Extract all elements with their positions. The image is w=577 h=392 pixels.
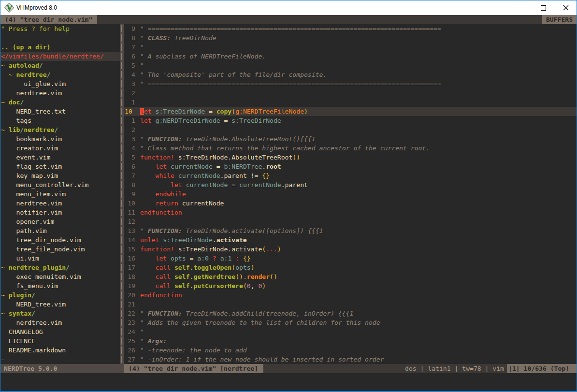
code-line[interactable]: " The 'composite' part of the file/dir c… xyxy=(140,70,327,79)
nerdtree-item[interactable]: NERD_tree.txt xyxy=(1,107,66,116)
nerdtree-item[interactable]: ui_glue.vim xyxy=(1,79,66,88)
code-line[interactable]: " A subclass of NERDTreeFileNode. xyxy=(140,52,266,61)
nerdtree-item[interactable]: event.vim xyxy=(1,153,50,162)
nerdtree-item[interactable]: key_map.vim xyxy=(1,171,58,180)
buffers-label[interactable]: BUFFERS xyxy=(542,15,577,24)
nerdtree-item[interactable]: ~ doc/ xyxy=(1,98,24,107)
line-number: 8 xyxy=(124,33,135,43)
nerdtree-item[interactable]: " Press ? for help xyxy=(1,24,70,33)
nerdtree-item[interactable]: tags xyxy=(1,116,31,125)
nerdtree-item[interactable]: .. (up a dir) xyxy=(1,43,50,52)
nerdtree-item[interactable]: ~ lib/nerdtree/ xyxy=(1,125,58,134)
nerdtree-item[interactable]: menu_controller.vim xyxy=(1,180,88,189)
tab-current[interactable]: (4) "tree_dir_node.vim" xyxy=(0,15,97,24)
nerdtree-item[interactable]: exec_menuitem.vim xyxy=(1,272,81,281)
code-line[interactable]: " xyxy=(140,43,144,52)
line-number: 7 xyxy=(124,171,135,180)
code-line[interactable]: " CLASS: TreeDirNode xyxy=(140,33,216,43)
line-number: 9 xyxy=(124,189,135,199)
code-line[interactable]: " Class method that returns the highest … xyxy=(140,144,430,153)
nerdtree-status: NERDTree 5.0.0 xyxy=(0,364,124,373)
window-border-left xyxy=(0,0,0,392)
nerdtree-item[interactable]: menu_item.vim xyxy=(1,189,66,199)
nerdtree-item[interactable]: path.vim xyxy=(1,226,47,235)
line-number: 26 xyxy=(124,346,135,355)
line-number: 15 xyxy=(124,245,135,254)
code-line[interactable]: " FUNCTION: TreeDirNode.addChild(treenod… xyxy=(140,309,353,318)
code-line[interactable]: function! s:TreeDirNode.AbsoluteTreeRoot… xyxy=(140,153,300,162)
nerdtree-item[interactable]: ui.vim xyxy=(1,254,39,263)
nerdtree-item[interactable]: ~ xyxy=(1,355,5,364)
nerdtree-item[interactable]: </vimfiles/bundle/nerdtree/ xyxy=(1,52,104,61)
nerdtree-item[interactable]: fs_menu.vim xyxy=(1,281,58,290)
code-line[interactable]: while currentNode.parent != {} xyxy=(140,171,270,180)
nerdtree-item[interactable]: ~ nerdtree/ xyxy=(1,70,51,79)
line-number: 3 xyxy=(124,134,135,144)
code-line[interactable]: " xyxy=(140,61,144,70)
gvim-window: Vi IMproved 8.0 (4) "tree_dir_node.vim" … xyxy=(0,0,577,392)
code-line[interactable]: " xyxy=(140,327,144,336)
code-line[interactable]: " FUNCTION: TreeDirNode.AbsoluteTreeRoot… xyxy=(140,134,316,144)
file-status: (4) "tree_dir_node.vim" [nerdtree] xyxy=(124,364,263,373)
nerdtree-item[interactable]: ~ syntax/ xyxy=(1,309,35,318)
code-line[interactable]: " -treenode: the node to add xyxy=(140,346,247,355)
code-line[interactable]: let s:TreeDirNode = copy(g:NERDTreeFileN… xyxy=(140,107,308,116)
code-line[interactable]: endwhile xyxy=(140,189,186,199)
command-line xyxy=(0,373,577,391)
code-line[interactable]: let currentNode = b:NERDTree.root xyxy=(140,162,281,171)
code-line[interactable]: " Args: xyxy=(140,336,167,346)
code-line[interactable]: " -inOrder: 1 if the new node should be … xyxy=(140,355,384,364)
code-line[interactable]: let g:NERDTreeDirNode = s:TreeDirNode xyxy=(140,116,281,125)
nerdtree-item[interactable]: ~ nerdtree_plugin/ xyxy=(1,263,70,272)
code-line[interactable]: unlet s:TreeDirNode.activate xyxy=(140,235,247,245)
code-line[interactable]: call self.toggleOpen(opts) xyxy=(140,263,255,272)
code-line[interactable]: " Adds the given treenode to the list of… xyxy=(140,318,380,327)
line-number: 25 xyxy=(124,336,135,346)
nerdtree-item[interactable]: LICENCE xyxy=(1,336,35,346)
nerdtree-item[interactable]: nerdtree.vim xyxy=(1,199,62,208)
code-line[interactable]: " ======================================… xyxy=(140,79,441,88)
code-line[interactable]: function! s:TreeDirNode.activate(...) xyxy=(140,245,281,254)
code-line[interactable]: " FUNCTION: TreeDirNode.activate([option… xyxy=(140,226,323,235)
window-separator[interactable] xyxy=(120,24,124,364)
code-line[interactable]: let opts = a:0 ? a:1 : {} xyxy=(140,254,251,263)
close-button[interactable] xyxy=(555,0,577,15)
line-number: 14 xyxy=(124,235,135,245)
code-line[interactable]: " ======================================… xyxy=(140,24,441,33)
nerdtree-item[interactable]: bookmark.vim xyxy=(1,134,62,144)
nerdtree-item[interactable]: notifier.vim xyxy=(1,208,62,217)
nerdtree-item[interactable]: README.markdown xyxy=(1,346,66,355)
nerdtree-item[interactable]: CHANGELOG xyxy=(1,327,43,336)
nerdtree-item[interactable]: opener.vim xyxy=(1,217,54,226)
line-number: 7 xyxy=(124,43,135,52)
nerdtree-item[interactable]: tree_file_node.vim xyxy=(1,245,85,254)
nerdtree-item[interactable]: NERD_tree.vim xyxy=(1,300,66,309)
editor-panel[interactable]: 9" =====================================… xyxy=(124,24,577,364)
minimize-button[interactable] xyxy=(509,0,532,15)
ruler-status: |1| 10/636 (Top) xyxy=(507,364,577,373)
line-number: 8 xyxy=(124,180,135,189)
nerdtree-item[interactable]: creator.vim xyxy=(1,144,58,153)
line-number: 4 xyxy=(124,144,135,153)
code-line[interactable]: call self.putCursorHere(0, 0) xyxy=(140,281,266,290)
nerdtree-item[interactable]: flag_set.vim xyxy=(1,162,62,171)
line-number: 6 xyxy=(124,162,135,171)
line-number: 16 xyxy=(124,254,135,263)
code-line[interactable]: let currentNode = currentNode.parent xyxy=(140,180,308,189)
line-number: 5 xyxy=(124,153,135,162)
code-line[interactable]: return currentNode xyxy=(140,199,224,208)
line-number: 2 xyxy=(124,88,135,98)
nerdtree-item[interactable]: ~ autoload/ xyxy=(1,61,43,70)
maximize-button[interactable] xyxy=(532,0,555,15)
vim-icon xyxy=(4,3,14,13)
line-number: 24 xyxy=(124,327,135,336)
nerdtree-item[interactable]: tree_dir_node.vim xyxy=(1,235,81,245)
code-line[interactable]: endfunction xyxy=(140,290,182,300)
line-number: 11 xyxy=(124,208,135,217)
code-line[interactable]: endfunction xyxy=(140,208,182,217)
nerdtree-panel: " Press ? for help.. (up a dir)</vimfile… xyxy=(0,24,120,364)
nerdtree-item[interactable]: nerdtree.vim xyxy=(1,318,62,327)
nerdtree-item[interactable]: nerdtree.vim xyxy=(1,88,62,98)
code-line[interactable]: call self.getNerdtree().render() xyxy=(140,272,277,281)
nerdtree-item[interactable]: ~ plugin/ xyxy=(1,290,35,300)
